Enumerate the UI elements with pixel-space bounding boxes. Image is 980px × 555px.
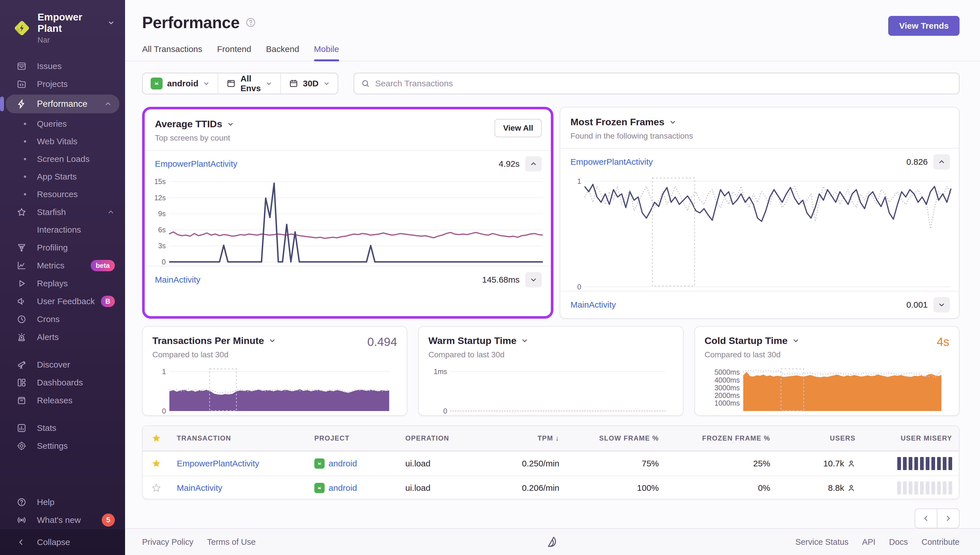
empower-plant-logo-icon (13, 19, 31, 37)
sidebar-item-performance[interactable]: Performance (6, 95, 119, 113)
warm-startup-chart[interactable] (450, 368, 665, 411)
tab-mobile[interactable]: Mobile (314, 44, 339, 61)
broadcast-icon (16, 514, 29, 526)
ttid-row-empowerplantactivity: EmpowerPlantActivity 4.92s (145, 151, 551, 177)
gear-icon (16, 440, 29, 452)
column-header[interactable]: FROZEN FRAME % (666, 434, 777, 442)
y-axis-labels: 03s6s9s12s15s (149, 179, 169, 262)
panel-title: Average TTIDs (155, 119, 222, 130)
sentry-logo-icon[interactable] (546, 536, 559, 549)
sidebar-item-discover[interactable]: Discover (0, 356, 125, 374)
expand-row-button[interactable] (525, 272, 542, 287)
bullet-icon (24, 140, 26, 143)
project-filter-dropdown[interactable]: android (143, 73, 218, 94)
environment-window-icon (226, 79, 236, 88)
org-switcher[interactable]: Empower Plant Nar (0, 0, 125, 45)
column-header[interactable]: TRANSACTION (170, 434, 307, 442)
sidebar-item-starfish[interactable]: Starfish (0, 203, 125, 221)
tpm-area-chart[interactable] (169, 368, 389, 411)
transaction-link[interactable]: MainActivity (570, 300, 616, 310)
column-header-sorted[interactable]: TPM ↓ (492, 434, 566, 442)
sidebar-item-web-vitals[interactable]: Web Vitals (0, 133, 125, 150)
help-icon (16, 497, 29, 508)
column-header[interactable]: PROJECT (307, 434, 398, 442)
sidebar-item-user-feedback[interactable]: User Feedback B (0, 292, 125, 310)
search-input[interactable] (375, 79, 952, 88)
sidebar-item-replays[interactable]: Replays (0, 274, 125, 292)
column-header[interactable]: USER MISERY (862, 434, 959, 442)
sidebar-item-interactions[interactable]: Interactions (0, 221, 125, 239)
column-header[interactable]: USERS (777, 434, 862, 442)
expand-row-button[interactable] (933, 297, 950, 313)
sidebar-item-app-starts[interactable]: App Starts (0, 168, 125, 186)
android-project-icon (314, 483, 325, 493)
privacy-policy-link[interactable]: Privacy Policy (142, 537, 194, 547)
app-root: Empower Plant Nar Issues Projects (0, 0, 980, 555)
column-header[interactable]: OPERATION (398, 434, 492, 442)
collapse-row-button[interactable] (525, 156, 542, 172)
chevron-down-icon[interactable] (669, 119, 676, 126)
project-link[interactable]: android (314, 459, 392, 468)
users-cell: 8.8k (784, 483, 856, 493)
sidebar-item-metrics[interactable]: Metrics beta (0, 257, 125, 274)
sidebar-item-profiling[interactable]: Profiling (0, 239, 125, 257)
terms-of-use-link[interactable]: Terms of Use (207, 537, 256, 547)
project-link[interactable]: android (314, 483, 392, 493)
docs-link[interactable]: Docs (889, 537, 908, 547)
sidebar-item-help[interactable]: Help (0, 493, 125, 511)
chevron-down-icon[interactable] (521, 337, 529, 344)
environment-filter-dropdown[interactable]: All Envs (218, 73, 281, 94)
sidebar-collapse-button[interactable]: Collapse (0, 529, 125, 555)
star-column-header-icon (143, 433, 170, 443)
sidebar-item-issues[interactable]: Issues (0, 57, 125, 75)
sidebar-item-whats-new[interactable]: What's new 5 (0, 511, 125, 529)
ttid-line-chart[interactable] (169, 179, 543, 262)
warm-startup-time-panel: Warm Startup Time Compared to last 30d 1… (418, 326, 683, 416)
collapse-row-button[interactable] (933, 154, 950, 170)
cold-startup-area-chart[interactable] (743, 368, 941, 411)
sidebar-item-resources[interactable]: Resources (0, 186, 125, 203)
frozen-frames-line-chart[interactable] (585, 177, 951, 287)
sidebar-item-crons[interactable]: Crons (0, 310, 125, 328)
service-status-link[interactable]: Service Status (795, 537, 848, 547)
chevron-down-icon[interactable] (268, 337, 276, 344)
chevron-down-icon[interactable] (227, 120, 234, 128)
telescope-icon (16, 359, 29, 371)
view-trends-button[interactable]: View Trends (888, 16, 959, 36)
sidebar-item-queries[interactable]: Queries (0, 115, 125, 133)
sidebar-item-alerts[interactable]: Alerts (0, 328, 125, 346)
tab-backend[interactable]: Backend (266, 44, 299, 61)
sidebar-nav: Issues Projects Performance Queries Web … (0, 57, 125, 455)
sidebar-item-settings[interactable]: Settings (0, 437, 125, 455)
tpm-cell: 0.206/min (492, 483, 566, 493)
transaction-link[interactable]: EmpowerPlantActivity (170, 459, 307, 468)
tab-frontend[interactable]: Frontend (217, 44, 251, 61)
next-page-button[interactable] (937, 508, 959, 528)
transaction-link[interactable]: MainActivity (170, 483, 307, 493)
sidebar-item-projects[interactable]: Projects (0, 75, 125, 93)
view-all-button[interactable]: View All (495, 119, 542, 137)
calendar-icon (289, 79, 299, 88)
sidebar-item-stats[interactable]: Stats (0, 419, 125, 437)
date-range-filter-dropdown[interactable]: 30D (281, 73, 338, 94)
user-icon (847, 459, 856, 468)
contribute-link[interactable]: Contribute (921, 537, 959, 547)
panel-title: Cold Startup Time (705, 335, 787, 346)
tab-all-transactions[interactable]: All Transactions (142, 44, 202, 61)
chevron-down-icon (323, 80, 330, 87)
bullet-icon (24, 193, 26, 196)
star-toggle[interactable] (143, 483, 170, 493)
sidebar-item-screen-loads[interactable]: Screen Loads (0, 150, 125, 168)
transaction-link[interactable]: EmpowerPlantActivity (155, 159, 237, 169)
chevron-up-icon (107, 208, 115, 216)
chevron-down-icon[interactable] (792, 337, 800, 344)
previous-page-button[interactable] (915, 508, 937, 528)
star-toggle[interactable] (143, 459, 170, 468)
sidebar-item-releases[interactable]: Releases (0, 391, 125, 409)
transaction-link[interactable]: EmpowerPlantActivity (570, 157, 653, 167)
api-link[interactable]: API (862, 537, 876, 547)
column-header[interactable]: SLOW FRAME % (566, 434, 666, 442)
transaction-link[interactable]: MainActivity (155, 275, 200, 285)
help-tooltip-icon[interactable] (245, 17, 256, 28)
sidebar-item-dashboards[interactable]: Dashboards (0, 374, 125, 391)
